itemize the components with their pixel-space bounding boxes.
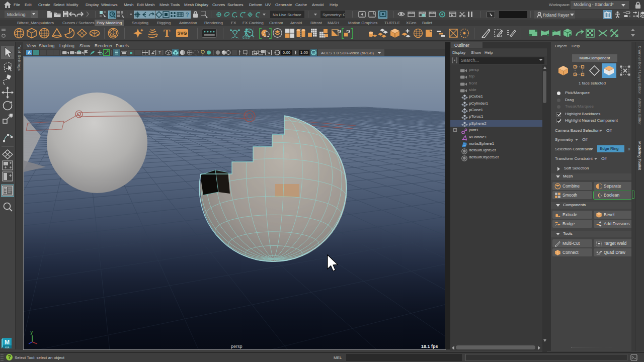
svg-text:y: y (31, 330, 33, 335)
svg-text:0,0,0: 0,0,0 (243, 36, 250, 39)
svg-text:M: M (5, 339, 10, 346)
svg-text:AYA: AYA (5, 346, 9, 349)
svg-text:?: ? (186, 12, 189, 18)
svg-text:persp: persp (231, 344, 243, 349)
svg-text:CMS: CMS (312, 52, 316, 54)
svg-text:18.1 fps: 18.1 fps (421, 344, 438, 349)
